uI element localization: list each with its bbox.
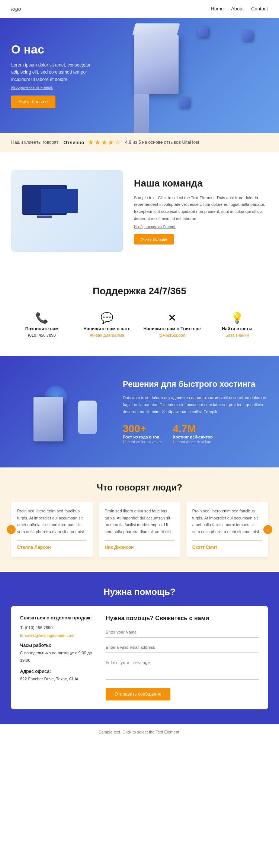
contact-address-title: Адрес офиса: — [20, 669, 94, 674]
chip-1 — [243, 31, 253, 41]
testimonial-2-name: Ник Джонсон — [105, 544, 174, 551]
stat-hosting: 4.7M Хостинг веб-сайтов Ut arert ad meli… — [173, 423, 212, 444]
chat-icon: 💬 — [78, 312, 136, 324]
computer-monitor — [41, 189, 78, 213]
support-twitter-sub[interactable]: @HostSupport — [143, 333, 201, 337]
testimonial-3-divider — [192, 540, 262, 541]
team-title: Наша команда — [134, 178, 268, 189]
nav-contact[interactable]: Contact — [251, 6, 268, 12]
support-phone-title: Позвоните нам — [13, 326, 71, 331]
nav-about[interactable]: About — [231, 6, 244, 12]
hero-section: О нас Lorem ipsum dolor sit amet, consec… — [0, 18, 279, 133]
team-freepik: Изображение из Freepik — [134, 225, 268, 229]
support-title: Поддержка 24/7/365 — [11, 285, 268, 297]
testimonial-3: Proin sed libero enim sed faucibus turpi… — [186, 502, 268, 557]
support-twitter-title: Напишите нам в Твиттере — [143, 326, 201, 331]
rating-bar: Наши клиенты говорят: Отлично ★★★★☆ 4,9 … — [0, 133, 279, 152]
support-item-kb: 💡 Найти ответы База знаний — [206, 308, 268, 341]
team-section: Наша команда Sample text. Click to selec… — [0, 152, 279, 271]
stat-hosting-sub: Ut arert ad melin velam — [173, 440, 212, 444]
team-content: Наша команда Sample text. Click to selec… — [134, 178, 268, 245]
contact-email[interactable]: E: sales@hostingdomain.com — [20, 633, 74, 638]
team-image — [11, 170, 123, 252]
rating-excellent: Отлично — [63, 140, 84, 145]
hosting-image — [11, 371, 115, 453]
stat-hosting-num: 4.7M — [173, 423, 212, 435]
testimonial-2-text: Proin sed libero enim sed faucibus turpi… — [105, 508, 174, 535]
testimonial-2: Proin sed libero enim sed faucibus turpi… — [99, 502, 180, 557]
testimonial-1: Proin sed libero enim sed faucibus turpi… — [11, 502, 93, 557]
support-kb-title: Найти ответы — [208, 326, 266, 331]
testimonial-1-text: Proin sed libero enim sed faucibus turpi… — [17, 508, 87, 535]
hosting-section: Решения для быстрого хостинга Duis aute … — [0, 356, 279, 467]
contact-email-input[interactable] — [106, 642, 259, 653]
footer-text: Sample text. Click to select the Text El… — [11, 730, 268, 734]
stat-hosting-label: Хостинг веб-сайтов — [173, 435, 212, 439]
testimonial-1-divider — [17, 540, 87, 541]
footer: Sample text. Click to select the Text El… — [0, 724, 279, 739]
testimonial-2-divider — [105, 540, 174, 541]
hosting-stats: 300+ Рост из года в год Ut arert ad lore… — [123, 423, 268, 444]
contact-form-title: Нужна помощь? Свяжитесь с нами — [106, 615, 259, 622]
stat-growth-sub: Ut arert ad lorem velam — [123, 440, 161, 444]
logo: logo — [11, 6, 21, 12]
nav-links: Home About Contact — [211, 6, 268, 12]
contact-section: Нужна помощь? Связаться с отделом продаж… — [0, 572, 279, 724]
support-item-chat: 💬 Напишите нам в чате Живая диаграмма — [76, 308, 138, 341]
support-section: Поддержка 24/7/365 📞 Позвоните нам (010)… — [0, 271, 279, 356]
contact-submit-button[interactable]: Отправить сообщение — [106, 688, 170, 700]
contact-title: Нужна помощь? — [11, 587, 268, 597]
support-item-twitter: ✕ Напишите нам в Твиттере @HostSupport — [141, 308, 203, 341]
contact-phone: Т: (010) 456 7890 — [20, 624, 94, 632]
team-cta-button[interactable]: Учить больше — [134, 234, 174, 244]
contact-sales-title: Связаться с отделом продаж: — [20, 615, 94, 621]
hero-cta-button[interactable]: Учить больше — [11, 95, 55, 108]
testimonial-1-name: Стелла Ларсон — [17, 544, 87, 551]
navbar: logo Home About Contact — [0, 0, 279, 18]
contact-message-input[interactable] — [106, 657, 259, 680]
kb-icon: 💡 — [208, 312, 266, 324]
chip-3 — [198, 27, 208, 38]
stat-growth-num: 300+ — [123, 423, 161, 435]
hosting-server — [33, 397, 63, 441]
support-kb-sub[interactable]: База знаний — [208, 333, 266, 337]
support-chat-sub[interactable]: Живая диаграмма — [78, 333, 136, 337]
rating-score: 4,9 из 5 на основе отзывов UltaHost — [125, 140, 199, 145]
testimonial-3-name: Скотт Смит — [192, 544, 262, 551]
support-grid: 📞 Позвоните нам (010) 456 7890 💬 Напишит… — [11, 308, 268, 341]
contact-hours-title: Часы работы: — [20, 643, 94, 648]
server-top — [132, 23, 180, 35]
support-chat-title: Напишите нам в чате — [78, 326, 136, 331]
testimonials-section: Что говорят люди? ‹ Proin sed libero eni… — [0, 467, 279, 572]
twitter-icon: ✕ — [143, 312, 201, 324]
hosting-illustration — [19, 375, 108, 449]
rating-stars: ★★★★☆ — [88, 138, 121, 146]
nav-home[interactable]: Home — [211, 6, 224, 12]
contact-hours: С понедельника по пятницу: с 9:00 до 19:… — [20, 650, 94, 664]
testimonials-prev-button[interactable]: ‹ — [7, 525, 16, 534]
team-description: Sample text. Click to select the Text El… — [134, 194, 268, 222]
support-phone-sub: (010) 456 7890 — [13, 333, 71, 337]
stat-growth: 300+ Рост из года в год Ut arert ad lore… — [123, 423, 161, 444]
hero-description: Lorem ipsum dolor sit amet, consectetur … — [11, 62, 93, 83]
hosting-title: Решения для быстрого хостинга — [123, 379, 268, 389]
stat-growth-label: Рост из года в год — [123, 435, 161, 439]
hero-freepik: Изображение из Freepik — [11, 85, 268, 90]
testimonial-3-text: Proin sed libero enim sed faucibus turpi… — [192, 508, 262, 535]
contact-name-input[interactable] — [106, 627, 259, 638]
contact-address: 822 Fancher Drive, Техас, США — [20, 676, 94, 683]
testimonials-title: Что говорят люди? — [11, 482, 268, 493]
hero-title: О нас — [11, 43, 268, 56]
hosting-description: Duis aute irure dolor в осуждении за сла… — [123, 394, 268, 415]
support-item-phone: 📞 Позвоните нам (010) 456 7890 — [11, 308, 73, 341]
hosting-content: Решения для быстрого хостинга Duis aute … — [123, 379, 268, 444]
testimonials-next-button[interactable]: › — [263, 525, 272, 534]
testimonials-grid: ‹ Proin sed libero enim sed faucibus tur… — [11, 502, 268, 557]
contact-info: Связаться с отделом продаж: Т: (010) 456… — [20, 615, 94, 700]
rating-label: Наши клиенты говорят: — [11, 140, 60, 145]
hero-content: О нас Lorem ipsum dolor sit amet, consec… — [11, 43, 268, 108]
contact-form: Нужна помощь? Свяжитесь с нами Отправить… — [106, 615, 259, 700]
hosting-phone — [78, 401, 97, 434]
contact-box: Связаться с отделом продаж: Т: (010) 456… — [11, 606, 268, 709]
phone-icon: 📞 — [13, 312, 71, 324]
